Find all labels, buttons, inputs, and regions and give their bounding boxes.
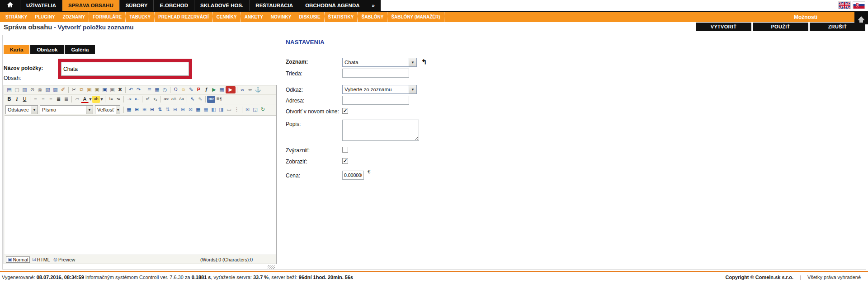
- unlink-icon[interactable]: ∞: [246, 86, 254, 93]
- cell-properties-2-icon[interactable]: ◨: [217, 106, 225, 113]
- font-name-select[interactable]: Písmo▼: [40, 105, 93, 114]
- insert-frame-icon[interactable]: ⊡: [244, 106, 251, 113]
- paste-icon[interactable]: ▣: [85, 86, 93, 93]
- topnav-item-skladove-hos[interactable]: SKLADOVÉ HOS.: [194, 0, 249, 11]
- insert-pdf-icon[interactable]: P: [195, 86, 203, 93]
- insert-column-before-icon[interactable]: ⇅: [156, 106, 164, 113]
- apply-button[interactable]: POUŽIŤ: [753, 23, 808, 31]
- table-properties-2-icon[interactable]: ▦: [202, 106, 210, 113]
- subnav-item-prehlad-rezervacii[interactable]: PREHĽAD REZERVÁCIÍ: [155, 12, 213, 22]
- align-right-icon[interactable]: ≡: [47, 96, 55, 103]
- topnav-item-restauracia[interactable]: REŠTAURÁCIA: [249, 0, 299, 11]
- refresh-icon[interactable]: ↻: [259, 106, 267, 113]
- insert-time-icon[interactable]: ◷: [161, 86, 169, 93]
- insert-flash-icon[interactable]: ƒ: [203, 86, 210, 93]
- editor-content-area[interactable]: [5, 115, 276, 255]
- topnav-item-sprava-obsahu[interactable]: SPRÁVA OBSAHU: [62, 0, 119, 11]
- zvyraznit-checkbox[interactable]: [342, 147, 348, 153]
- undo-icon[interactable]: ↶: [127, 86, 135, 93]
- select-minus-icon[interactable]: ⇖: [196, 96, 204, 103]
- reload-list-icon[interactable]: ↰: [421, 58, 427, 66]
- text-color-arrow-icon[interactable]: ▾: [89, 96, 92, 103]
- cell-properties-icon[interactable]: ◧: [210, 106, 217, 113]
- subnav-item-formulare[interactable]: FORMULÁRE: [89, 12, 126, 22]
- tab-obrazok[interactable]: Obrázok: [30, 45, 64, 54]
- html-mode-button[interactable]: ⊡HTML: [31, 256, 51, 263]
- youtube-icon[interactable]: ▶: [226, 86, 236, 93]
- smiley-icon[interactable]: ☺: [179, 86, 187, 93]
- link-icon[interactable]: ∞: [239, 86, 246, 93]
- topnav-item-obchodna-agenda[interactable]: OBCHODNÁ AGENDA: [299, 0, 365, 11]
- align-center-icon[interactable]: ≡: [39, 96, 47, 103]
- copy-icon[interactable]: ⧉: [78, 86, 85, 93]
- insert-br-icon[interactable]: BR: [207, 96, 215, 103]
- redo-icon[interactable]: ↷: [135, 86, 142, 93]
- font-size-select[interactable]: Veľkosť▼: [95, 105, 120, 114]
- subnav-item-diskusie[interactable]: DISKUSIE: [295, 12, 324, 22]
- slovak-flag-icon[interactable]: [853, 2, 865, 9]
- resize-handle[interactable]: [268, 265, 275, 269]
- ordered-list-icon[interactable]: 1≡: [107, 96, 114, 103]
- subnav-item-zoznamy[interactable]: ZOZNAMY: [59, 12, 89, 22]
- horizontal-line-icon[interactable]: ▭: [225, 106, 233, 113]
- subnav-item-novinky[interactable]: NOVINKY: [267, 12, 296, 22]
- strikethrough-icon[interactable]: abe: [162, 96, 170, 103]
- subnav-item-sablony[interactable]: ŠABLÓNY: [358, 12, 387, 22]
- select-all-icon[interactable]: ▧: [44, 86, 52, 93]
- delete-cell-icon[interactable]: ⊠: [187, 106, 194, 113]
- english-flag-icon[interactable]: [839, 2, 850, 9]
- popis-textarea[interactable]: [342, 120, 419, 141]
- save-icon[interactable]: ▤: [5, 86, 13, 93]
- underline-icon[interactable]: U: [21, 96, 28, 103]
- templates-icon[interactable]: ▨: [52, 86, 59, 93]
- find-replace-icon[interactable]: ◎: [36, 86, 44, 93]
- paragraph-mark-icon[interactable]: ≣¶: [215, 96, 223, 103]
- bullet-list-icon[interactable]: •≡: [114, 96, 122, 103]
- insert-image-icon[interactable]: ✎: [187, 86, 195, 93]
- options-menu[interactable]: Možnosti: [794, 14, 817, 20]
- subnav-item-ankety[interactable]: ANKETY: [241, 12, 267, 22]
- paste-text-icon[interactable]: ▣: [93, 86, 101, 93]
- cut-icon[interactable]: ✂: [70, 86, 78, 93]
- italic-icon[interactable]: I: [13, 96, 21, 103]
- tab-karta[interactable]: Karta: [4, 45, 29, 54]
- special-char-icon[interactable]: Ω: [172, 86, 179, 93]
- insert-date-icon[interactable]: ▦: [153, 86, 161, 93]
- insert-media-icon[interactable]: ▶: [210, 86, 218, 93]
- create-button[interactable]: VYTVORIŤ: [696, 23, 751, 31]
- topnav-item-e-obchod[interactable]: E-OBCHOD: [153, 0, 194, 11]
- justify-block-icon[interactable]: ≣: [62, 96, 70, 103]
- adresa-input[interactable]: [342, 96, 409, 105]
- insert-rule-icon[interactable]: ≣: [146, 86, 153, 93]
- anchor-icon[interactable]: ⚓: [254, 86, 262, 93]
- subnav-item-statistiky[interactable]: ŠTATISTIKY: [325, 12, 358, 22]
- print-icon[interactable]: ▥: [21, 86, 28, 93]
- superscript-icon[interactable]: x²: [144, 96, 151, 103]
- indent-icon[interactable]: ⇥: [125, 96, 133, 103]
- normal-mode-button[interactable]: ▣Normal: [6, 256, 30, 263]
- topnav-item-more[interactable]: »: [366, 0, 381, 11]
- subnav-item-stranky[interactable]: STRÁNKY: [2, 12, 31, 22]
- insert-table-icon[interactable]: ▦: [125, 106, 133, 113]
- eraser-icon[interactable]: ▱: [73, 96, 81, 103]
- delete-row-icon[interactable]: ⊟: [148, 106, 156, 113]
- tab-galeria[interactable]: Galéria: [65, 45, 95, 54]
- delete-column-icon[interactable]: ⊟: [171, 106, 179, 113]
- paste-word-icon[interactable]: ▣: [101, 86, 108, 93]
- remove-format-icon[interactable]: ✐: [59, 86, 67, 93]
- preview-mode-button[interactable]: ◎Preview: [52, 256, 76, 263]
- outdent-icon[interactable]: ⇤: [133, 96, 141, 103]
- topnav-item-subory[interactable]: SÚBORY: [119, 0, 154, 11]
- justify-icon[interactable]: ≣: [55, 96, 62, 103]
- item-name-input[interactable]: [61, 62, 189, 76]
- to-uppercase-icon[interactable]: aA: [170, 96, 178, 103]
- zoznam-select[interactable]: Chata ▼: [342, 58, 417, 67]
- subscript-icon[interactable]: x₂: [151, 96, 159, 103]
- subnav-item-sablony-manazer[interactable]: ŠABLÓNY (MANAŽÉR): [387, 12, 444, 22]
- home-button[interactable]: [0, 0, 20, 11]
- align-left-icon[interactable]: ≡: [32, 96, 39, 103]
- to-lowercase-icon[interactable]: Aa: [178, 96, 185, 103]
- odkaz-select[interactable]: Vyberte zo zoznamu ▼: [342, 85, 417, 94]
- new-page-icon[interactable]: ▢: [13, 86, 21, 93]
- text-color-icon[interactable]: A: [81, 96, 89, 103]
